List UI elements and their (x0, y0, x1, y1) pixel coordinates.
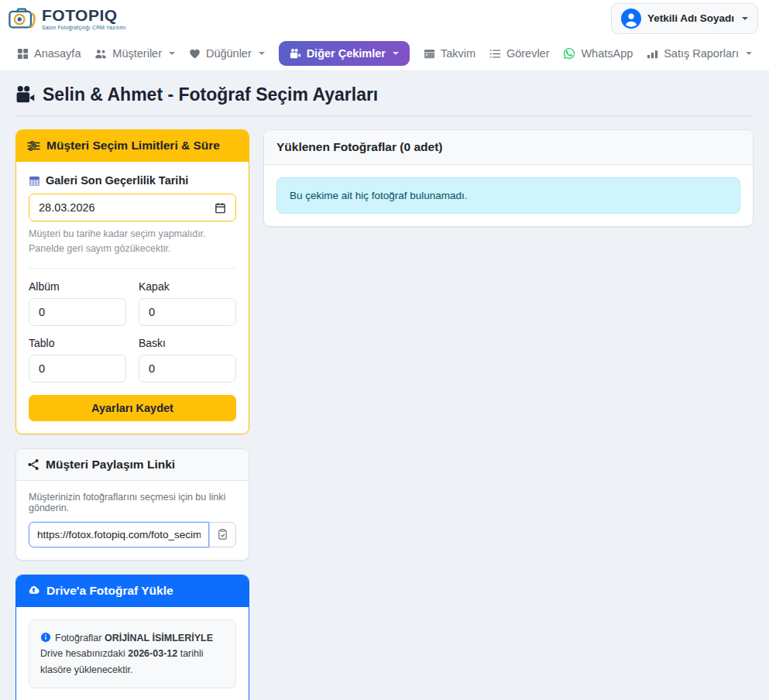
date-picker-icon[interactable] (215, 202, 226, 214)
share-link-card: Müşteri Paylaşım Linki Müşterinizin foto… (15, 448, 249, 561)
chevron-down-icon (746, 52, 752, 55)
nav-item-gorevler[interactable]: Görevler (489, 47, 550, 60)
date-value: 28.03.2026 (39, 201, 95, 214)
no-photos-alert: Bu çekime ait hiç fotoğraf bulunamadı. (276, 177, 740, 214)
album-label: Albüm (29, 280, 126, 293)
calendar-icon (424, 48, 435, 60)
chevron-down-icon (169, 52, 175, 55)
nav-label: Görevler (506, 47, 550, 60)
gallery-expiry-date-input[interactable]: 28.03.2026 (29, 194, 236, 221)
brand-name: FOTOPIQ (42, 7, 126, 23)
tablo-limit-input[interactable] (29, 355, 126, 383)
nav-item-satis-raporlari[interactable]: Satış Raporları (647, 47, 752, 60)
original-names-emphasis: ORİJİNAL İSİMLERİYLE (105, 633, 213, 643)
nav-label: Anasayfa (34, 47, 81, 60)
gallery-expiry-label: Galeri Son Geçerlilik Tarihi (29, 174, 236, 187)
heart-icon (189, 48, 201, 60)
grid-icon (17, 48, 29, 60)
user-menu-button[interactable]: Yetkili Adı Soyadı (611, 3, 758, 34)
nav-label: WhatsApp (581, 47, 633, 60)
nav-item-whatsapp[interactable]: WhatsApp (563, 47, 633, 60)
nav-label: Takvim (441, 47, 475, 60)
kapak-label: Kapak (139, 280, 236, 293)
main-nav: Anasayfa Müşteriler Düğünler Diğer Çekim… (0, 36, 769, 71)
selection-limits-header: Müşteri Seçim Limitleri & Süre (16, 130, 249, 162)
limit-field-album: Albüm (29, 280, 126, 326)
calendar-emoji-icon (29, 175, 40, 187)
baski-limit-input[interactable] (139, 355, 236, 383)
nav-item-takvim[interactable]: Takvim (424, 47, 475, 60)
card-divider (29, 268, 236, 269)
app-logo[interactable]: FOTOPIQ Salon Fotoğrafçılığı CRM Yazılım… (8, 5, 126, 31)
selection-limits-card: Müşteri Seçim Limitleri & Süre Galeri So… (15, 129, 249, 434)
drive-upload-card: Drive'a Fotoğraf Yükle Fotoğraflar ORİJİ… (15, 575, 249, 700)
limit-field-tablo: Tablo (29, 337, 126, 383)
drive-upload-header: Drive'a Fotoğraf Yükle (16, 575, 249, 607)
copy-link-button[interactable] (209, 522, 236, 547)
baski-label: Baskı (139, 337, 236, 349)
nav-item-anasayfa[interactable]: Anasayfa (17, 47, 81, 60)
nav-label: Diğer Çekimler (307, 47, 386, 60)
share-link-help: Müşterinizin fotoğraflarını seçmesi için… (29, 492, 236, 513)
camera-reels-icon (15, 85, 35, 105)
limit-field-baski: Baskı (139, 337, 236, 383)
chevron-down-icon (259, 52, 265, 55)
bar-chart-icon (647, 48, 658, 60)
uploaded-photos-card: Yüklenen Fotoğraflar (0 adet) Bu çekime … (263, 129, 754, 227)
clipboard-icon (217, 528, 228, 540)
share-link-header: Müşteri Paylaşım Linki (16, 449, 249, 481)
chevron-down-icon (742, 17, 748, 20)
sliders-icon (27, 139, 40, 153)
cloud-upload-icon (27, 584, 40, 597)
camera-logo-icon (8, 5, 37, 31)
main-content: Selin & Ahmet - Fotoğraf Seçim Ayarları … (0, 71, 769, 700)
tablo-label: Tablo (29, 337, 126, 349)
page-title: Selin & Ahmet - Fotoğraf Seçim Ayarları (15, 84, 754, 105)
right-column: Yüklenen Fotoğraflar (0 adet) Bu çekime … (263, 129, 754, 227)
nav-label: Müşteriler (112, 47, 162, 60)
drive-info-alert: Fotoğraflar ORİJİNAL İSİMLERİYLE Drive h… (29, 619, 236, 689)
nav-item-dugunler[interactable]: Düğünler (189, 47, 265, 60)
save-settings-button[interactable]: Ayarları Kaydet (29, 395, 236, 421)
nav-label: Düğünler (206, 47, 252, 60)
kapak-limit-input[interactable] (139, 298, 236, 326)
limit-field-kapak: Kapak (139, 280, 236, 326)
task-list-icon (489, 48, 501, 60)
whatsapp-icon (563, 47, 575, 60)
drive-upload-title: Drive'a Fotoğraf Yükle (46, 584, 173, 598)
user-avatar-icon (621, 9, 641, 29)
info-icon (40, 632, 51, 643)
share-link-input[interactable] (29, 522, 209, 547)
selection-limits-title: Müşteri Seçim Limitleri & Süre (46, 139, 220, 153)
brand-tagline: Salon Fotoğrafçılığı CRM Yazılımı (42, 25, 126, 30)
nav-item-musteriler[interactable]: Müşteriler (94, 47, 175, 60)
folder-date-emphasis: 2026-03-12 (128, 648, 177, 659)
nav-item-diger-cekimler[interactable]: Diğer Çekimler (279, 41, 410, 66)
top-header: FOTOPIQ Salon Fotoğrafçılığı CRM Yazılım… (0, 0, 769, 36)
title-divider (15, 115, 754, 116)
chevron-down-icon (393, 52, 399, 55)
people-icon (94, 48, 107, 60)
uploaded-photos-header: Yüklenen Fotoğraflar (0 adet) (264, 130, 753, 165)
left-column: Müşteri Seçim Limitleri & Süre Galeri So… (15, 129, 249, 700)
uploaded-photos-title: Yüklenen Fotoğraflar (0 adet) (276, 140, 442, 154)
video-camera-icon (290, 48, 301, 60)
share-link-title: Müşteri Paylaşım Linki (46, 458, 175, 472)
share-icon (27, 458, 39, 471)
album-limit-input[interactable] (29, 298, 126, 326)
page-title-text: Selin & Ahmet - Fotoğraf Seçim Ayarları (43, 84, 378, 105)
gallery-expiry-help: Müşteri bu tarihe kadar seçim yapmalıdır… (29, 227, 236, 256)
user-name-label: Yetkili Adı Soyadı (647, 12, 734, 24)
nav-label: Satış Raporları (664, 47, 739, 60)
